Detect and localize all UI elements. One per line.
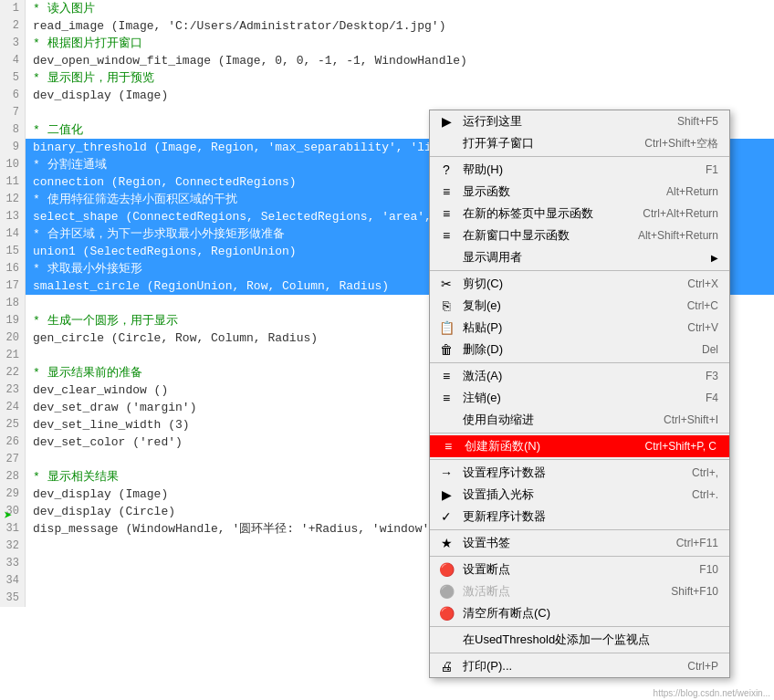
line-number: 3 <box>0 35 26 52</box>
menu-item-run-here[interactable]: ▶运行到这里Shift+F5 <box>430 110 729 132</box>
menu-shortcut: Ctrl+F11 <box>676 537 718 549</box>
menu-label: 显示调用者 <box>463 249 707 266</box>
line-number: 20 <box>0 329 26 347</box>
line-number: 25 <box>0 416 26 434</box>
line-number: 7 <box>0 104 26 121</box>
menu-item-set-bookmark[interactable]: ★设置书签Ctrl+F11 <box>430 532 729 554</box>
menu-item-clear-all-bp[interactable]: 🔴清空所有断点(C) <box>430 602 729 624</box>
menu-item-update-counter[interactable]: ✓更新程序计数器 <box>430 506 729 528</box>
menu-label: 设置程序计数器 <box>463 465 674 481</box>
menu-shortcut: F3 <box>706 370 718 382</box>
menu-shortcut: Alt+Shift+Return <box>638 229 718 242</box>
line-number: 27 <box>0 451 26 468</box>
menu-shortcut: F4 <box>706 392 718 404</box>
line-number: 35 <box>0 590 26 607</box>
menu-shortcut: F10 <box>699 563 718 576</box>
menu-shortcut: Ctrl+Alt+Return <box>643 207 718 220</box>
menu-label: 在新的标签页中显示函数 <box>463 205 624 222</box>
menu-label: 使用自动缩进 <box>463 412 645 428</box>
menu-icon: ✓ <box>437 509 455 524</box>
line-number: 1 <box>0 0 26 17</box>
code-line: 5* 显示图片，用于预览 <box>0 69 774 87</box>
menu-item-create-func[interactable]: ≡创建新函数(N)Ctrl+Shift+P, C <box>430 435 729 457</box>
menu-label: 帮助(H) <box>463 162 687 178</box>
menu-label: 打印(P)... <box>463 658 669 674</box>
menu-separator <box>430 270 729 271</box>
line-number: 28 <box>0 468 26 486</box>
menu-icon: ≡ <box>437 369 455 383</box>
menu-label: 创建新函数(N) <box>465 438 627 454</box>
menu-item-help[interactable]: ?帮助(H)F1 <box>430 159 729 181</box>
menu-item-activate[interactable]: ≡激活(A)F3 <box>430 365 729 387</box>
menu-separator <box>430 362 729 363</box>
menu-icon: 🔴 <box>437 606 455 621</box>
menu-icon: ≡ <box>437 184 455 199</box>
line-number: 5 <box>0 69 26 87</box>
menu-icon: ▶ <box>437 487 455 502</box>
watermark: https://blog.csdn.net/weixin... <box>654 688 770 698</box>
line-number: 22 <box>0 364 26 381</box>
menu-icon: ? <box>437 162 455 177</box>
line-content: * 显示图片，用于预览 <box>26 69 774 87</box>
menu-icon: ✂ <box>437 277 455 291</box>
menu-icon: 🔴 <box>437 562 455 577</box>
context-menu[interactable]: ▶运行到这里Shift+F5打开算子窗口Ctrl+Shift+空格?帮助(H)F… <box>429 110 730 678</box>
menu-icon: ≡ <box>439 439 457 454</box>
menu-label: 设置断点 <box>463 561 681 578</box>
menu-item-set-breakpoint[interactable]: 🔴设置断点F10 <box>430 559 729 580</box>
menu-icon: ⎘ <box>437 298 455 313</box>
line-number: 8 <box>0 121 26 139</box>
menu-item-cut[interactable]: ✂剪切(C)Ctrl+X <box>430 273 729 295</box>
menu-label: 设置书签 <box>463 535 658 551</box>
program-counter-arrow: ➤ <box>4 507 13 525</box>
menu-item-show-in-new-win[interactable]: ≡在新窗口中显示函数Alt+Shift+Return <box>430 225 729 246</box>
menu-label: 激活(A) <box>463 368 687 384</box>
menu-item-delete[interactable]: 🗑删除(D)Del <box>430 339 729 360</box>
line-number: 19 <box>0 312 26 329</box>
menu-separator <box>430 433 729 434</box>
line-number: 24 <box>0 399 26 416</box>
menu-shortcut: Ctrl+, <box>692 466 718 479</box>
line-content: dev_open_window_fit_image (Image, 0, 0, … <box>26 52 774 69</box>
menu-item-print[interactable]: 🖨打印(P)...Ctrl+P <box>430 655 729 677</box>
line-content: dev_display (Image) <box>26 87 774 104</box>
menu-separator <box>430 626 729 627</box>
code-line: 1* 读入图片 <box>0 0 774 17</box>
line-number: 11 <box>0 173 26 191</box>
menu-item-show-callers[interactable]: 显示调用者▶ <box>430 246 729 268</box>
menu-item-open-sub[interactable]: 打开算子窗口Ctrl+Shift+空格 <box>430 132 729 154</box>
line-number: 17 <box>0 277 26 295</box>
menu-item-add-watch[interactable]: 在UsedThreshold处添加一个监视点 <box>430 629 729 651</box>
menu-item-set-insert[interactable]: ▶设置插入光标Ctrl+. <box>430 484 729 506</box>
menu-shortcut: Ctrl+P <box>687 660 718 673</box>
menu-item-activate-bp[interactable]: ⚫激活断点Shift+F10 <box>430 580 729 602</box>
menu-shortcut: Ctrl+Shift+I <box>664 413 718 426</box>
line-number: 29 <box>0 486 26 503</box>
menu-label: 在UsedThreshold处添加一个监视点 <box>463 632 718 648</box>
menu-icon: ≡ <box>437 391 455 405</box>
line-number: 9 <box>0 139 26 156</box>
menu-label: 更新程序计数器 <box>463 508 718 525</box>
line-number: 21 <box>0 347 26 364</box>
menu-icon: ≡ <box>437 228 455 243</box>
line-number: 12 <box>0 191 26 208</box>
menu-label: 在新窗口中显示函数 <box>463 227 620 244</box>
menu-item-show-in-new-tab[interactable]: ≡在新的标签页中显示函数Ctrl+Alt+Return <box>430 203 729 225</box>
menu-icon: 📋 <box>437 320 455 335</box>
menu-separator <box>430 556 729 557</box>
menu-shortcut: Del <box>702 343 718 356</box>
menu-item-comment[interactable]: ≡注销(e)F4 <box>430 387 729 409</box>
line-number: 32 <box>0 538 26 555</box>
menu-item-auto-indent[interactable]: 使用自动缩进Ctrl+Shift+I <box>430 409 729 431</box>
menu-label: 剪切(C) <box>463 276 669 292</box>
menu-shortcut: Ctrl+C <box>687 299 718 312</box>
menu-item-show-func[interactable]: ≡显示函数Alt+Return <box>430 181 729 203</box>
menu-label: 运行到这里 <box>463 113 659 130</box>
code-line: 6dev_display (Image) <box>0 87 774 104</box>
menu-shortcut: Ctrl+Shift+空格 <box>644 136 718 151</box>
menu-label: 打开算子窗口 <box>463 135 626 151</box>
menu-item-copy[interactable]: ⎘复制(e)Ctrl+C <box>430 295 729 317</box>
menu-item-set-counter[interactable]: →设置程序计数器Ctrl+, <box>430 462 729 484</box>
menu-item-paste[interactable]: 📋粘贴(P)Ctrl+V <box>430 317 729 339</box>
menu-separator <box>430 459 729 460</box>
